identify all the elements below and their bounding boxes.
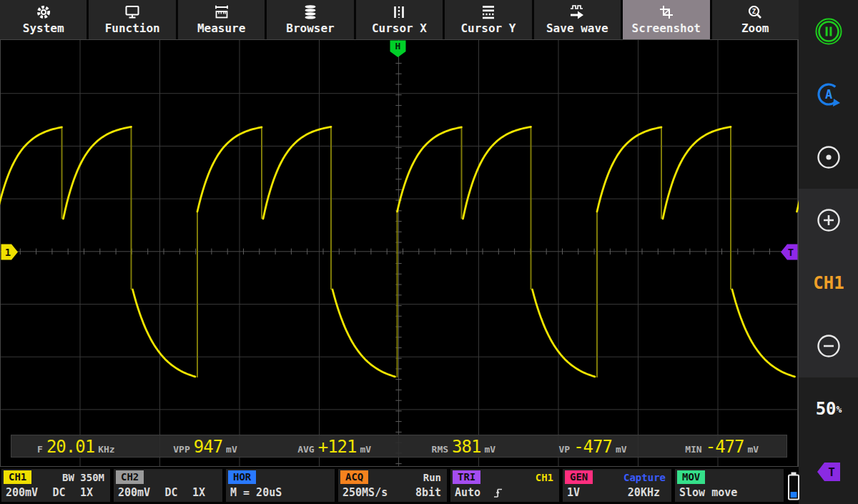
menu-bar: System Function Measure Browser Cursor X: [0, 0, 799, 39]
measurement-vpp: VPP 947 mV: [141, 435, 270, 457]
measurement-rms: RMS 381 mV: [399, 435, 528, 457]
ch2-coupling: DC: [165, 486, 178, 499]
measurement-min: MIN -477 mV: [657, 435, 786, 457]
ch2-probe: 1X: [192, 486, 205, 499]
measurement-value: 947: [194, 438, 222, 456]
menu-item-function[interactable]: Function: [89, 0, 175, 39]
status-section-ch2[interactable]: CH2 200mV DC 1X: [114, 469, 222, 502]
trigger-50-unit: %: [837, 404, 842, 415]
waveform-display[interactable]: H 1 T F 20.01 KHz VPP 947 mV AVG +121: [0, 39, 799, 467]
ch1-badge: CH1: [4, 470, 31, 484]
trigger-mode: Auto: [455, 486, 480, 499]
measurement-unit: mV: [484, 444, 495, 455]
pause-icon: [814, 16, 844, 46]
ruler-icon: [213, 3, 230, 21]
minus-circle-icon: [814, 332, 843, 360]
ch1-scale: 200mV: [6, 486, 38, 499]
menu-label: Measure: [197, 21, 245, 36]
status-section-ch1[interactable]: CH1BW 350M 200mV DC 1X: [1, 469, 110, 502]
screenshot-icon: [658, 3, 675, 21]
active-channel-label: CH1: [813, 273, 844, 293]
move-speed: Slow move: [679, 486, 737, 499]
cursor-x-icon: [390, 3, 408, 21]
svg-text:Z: Z: [752, 8, 756, 15]
horizontal-position-marker[interactable]: H: [390, 40, 406, 61]
menu-item-system[interactable]: System: [0, 0, 87, 39]
dot-circle-button[interactable]: [812, 141, 845, 174]
status-bar: CH1BW 350M 200mV DC 1X CH2 200mV DC 1X H…: [0, 467, 799, 504]
menu-item-save-wave[interactable]: Save wave: [534, 0, 621, 39]
menu-item-browser[interactable]: Browser: [267, 0, 353, 39]
measurement-vp: VP -477 mV: [528, 435, 658, 457]
measurement-value: -477: [573, 438, 612, 456]
measurement-value: 20.01: [46, 438, 94, 456]
save-wave-icon: [568, 3, 586, 21]
measurement-unit: mV: [616, 444, 627, 455]
trigger-level-marker[interactable]: T: [780, 243, 798, 264]
timebase-value: M = 20uS: [230, 486, 282, 499]
measurement-unit: KHz: [98, 444, 114, 455]
rising-edge-icon: [493, 487, 503, 499]
status-section-generator[interactable]: GENCapture 1V 20KHz: [563, 469, 671, 502]
menu-item-cursor-x[interactable]: Cursor X: [356, 0, 443, 39]
trigger-source: CH1: [536, 472, 553, 483]
menu-label: System: [23, 21, 64, 36]
battery-icon: [786, 471, 802, 501]
measurement-label: MIN: [685, 444, 701, 455]
oscilloscope-app: System Function Measure Browser Cursor X: [0, 0, 858, 504]
trigger-tag-icon: T: [814, 460, 843, 484]
menu-item-measure[interactable]: Measure: [178, 0, 265, 39]
monitor-icon: [124, 3, 141, 21]
measurement-label: F: [37, 444, 43, 455]
svg-text:A: A: [825, 87, 832, 102]
svg-text:H: H: [395, 41, 401, 51]
measurement-value: +121: [318, 438, 357, 456]
status-section-acquire[interactable]: ACQRun 250MS/s 8bit: [338, 469, 447, 502]
tri-badge: TRI: [453, 470, 480, 484]
scale-decrease-button[interactable]: [812, 330, 845, 362]
trigger-menu-button[interactable]: T: [812, 455, 845, 488]
gen-mode: Capture: [623, 472, 666, 483]
menu-item-screenshot[interactable]: Screenshot: [623, 0, 709, 39]
mov-badge: MOV: [677, 470, 705, 484]
database-icon: [302, 3, 319, 21]
trigger-50-percent-button[interactable]: 50%: [812, 392, 845, 425]
battery-indicator: [786, 471, 802, 504]
sample-rate: 250MS/s: [342, 486, 388, 499]
ch1-probe: 1X: [80, 486, 93, 499]
measurement-strip: F 20.01 KHz VPP 947 mV AVG +121 mV RMS 3…: [11, 435, 787, 458]
gear-icon: [35, 3, 52, 21]
menu-label: Screenshot: [632, 21, 701, 36]
menu-label: Save wave: [546, 21, 608, 36]
menu-item-zoom[interactable]: Z Zoom: [712, 0, 799, 39]
measurement-unit: mV: [748, 444, 759, 455]
scale-increase-button[interactable]: [812, 204, 845, 237]
ch1-level-marker[interactable]: 1: [1, 243, 19, 264]
trigger-50-value: 50: [816, 399, 837, 419]
bit-depth: 8bit: [415, 486, 441, 499]
menu-label: Browser: [286, 21, 334, 36]
menu-label: Cursor Y: [460, 21, 516, 36]
measurement-unit: mV: [226, 444, 237, 455]
measurement-avg: AVG +121 mV: [270, 435, 399, 457]
measurement-unit: mV: [360, 444, 371, 455]
status-section-trigger[interactable]: TRICH1 Auto: [450, 469, 559, 502]
active-channel-button[interactable]: CH1: [812, 267, 845, 300]
hor-badge: HOR: [228, 470, 256, 484]
plus-circle-icon: [814, 206, 843, 234]
menu-label: Zoom: [741, 21, 769, 36]
measurement-frequency: F 20.01 KHz: [11, 435, 141, 457]
acq-state: Run: [423, 472, 441, 483]
auto-icon: A: [814, 79, 844, 109]
menu-item-cursor-y[interactable]: Cursor Y: [445, 0, 531, 39]
ch1-coupling: DC: [53, 486, 66, 499]
status-section-move[interactable]: MOV Slow move: [675, 469, 784, 502]
measurement-value: -477: [706, 438, 744, 456]
gen-badge: GEN: [565, 470, 593, 484]
run-pause-button[interactable]: [812, 15, 845, 48]
auto-setup-button[interactable]: A: [812, 78, 845, 111]
ch2-scale: 200mV: [118, 486, 150, 499]
zoom-icon: Z: [746, 3, 764, 21]
gen-frequency: 20KHz: [628, 486, 660, 499]
status-section-horizontal[interactable]: HOR M = 20uS: [226, 469, 335, 502]
